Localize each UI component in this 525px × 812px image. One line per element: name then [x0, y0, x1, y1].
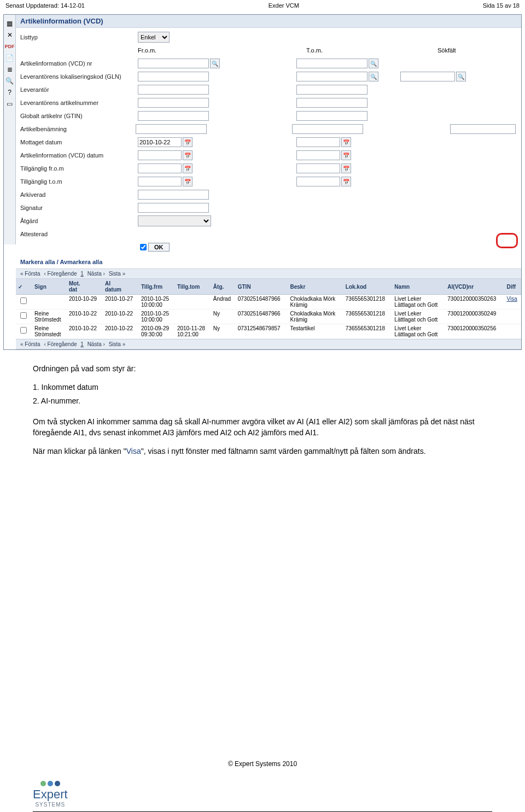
- table-row: 2010-10-292010-10-272010-10-2510:00:00Än…: [16, 295, 521, 309]
- lev-from-input[interactable]: [138, 85, 209, 95]
- listtyp-select[interactable]: Enkel: [138, 32, 170, 43]
- lookup-icon[interactable]: 🔍: [369, 72, 378, 81]
- pager-first[interactable]: « Första: [20, 271, 40, 277]
- pager-prev[interactable]: ‹ Föregående: [44, 271, 77, 277]
- col-header[interactable]: Tillg.frm: [139, 279, 175, 295]
- close-icon[interactable]: ✕: [5, 30, 15, 40]
- atgard-select[interactable]: [138, 215, 211, 226]
- list-icon[interactable]: ≣: [5, 65, 15, 74]
- col-header[interactable]: Lok.kod: [343, 279, 393, 295]
- gln-from-input[interactable]: [138, 72, 209, 81]
- row-checkbox[interactable]: [20, 327, 27, 334]
- col-header[interactable]: Namn: [392, 279, 445, 295]
- label-tom: T.o.m.: [306, 47, 372, 54]
- pager-prev[interactable]: ‹ Föregående: [44, 341, 77, 347]
- pager-bottom: « Första ‹ Föregående 1 Nästa › Sista »: [16, 339, 521, 349]
- report-icon[interactable]: ▭: [5, 99, 15, 109]
- gln-sok-input[interactable]: [400, 72, 455, 81]
- tilltom-to-input[interactable]: [296, 177, 340, 186]
- visa-link[interactable]: Visa: [506, 296, 517, 302]
- lookup-icon[interactable]: 🔍: [210, 59, 220, 68]
- pager-top: « Första ‹ Föregående 1 Nästa › Sista »: [16, 268, 521, 279]
- col-header[interactable]: ✓: [16, 279, 32, 295]
- filter-form: Listtyp Enkel Fr.o.m. T.o.m. Sökfält Art…: [16, 28, 521, 255]
- calendar-icon[interactable]: 📅: [183, 137, 192, 147]
- artben-from-input[interactable]: [136, 124, 207, 134]
- pager-first[interactable]: « Första: [20, 341, 40, 347]
- label-mottaget: Mottaget datum: [20, 139, 138, 145]
- col-header[interactable]: Tillg.tom: [175, 279, 211, 295]
- confirm-checkbox[interactable]: [140, 244, 147, 250]
- cell-gtin: 07302516487966: [236, 309, 288, 324]
- calendar-icon[interactable]: 📅: [341, 150, 351, 160]
- calendar-icon[interactable]: 📅: [341, 163, 351, 173]
- col-header[interactable]: AIdatum: [103, 279, 139, 295]
- arkiverad-input[interactable]: [138, 190, 209, 200]
- col-header[interactable]: AI(VCD)nr: [445, 279, 504, 295]
- calendar-icon[interactable]: 📅: [341, 177, 351, 186]
- tillfrom-to-input[interactable]: [296, 163, 340, 173]
- signatur-input[interactable]: [138, 203, 209, 213]
- row-checkbox[interactable]: [20, 312, 27, 319]
- lev-artnr-to-input[interactable]: [296, 98, 368, 108]
- pdf-icon[interactable]: PDF: [5, 42, 15, 51]
- artben-sok-input[interactable]: [450, 124, 516, 134]
- search-icon[interactable]: 🔍: [5, 76, 15, 86]
- pager-page[interactable]: 1: [80, 341, 84, 347]
- ok-button[interactable]: OK: [148, 243, 170, 252]
- lookup-icon[interactable]: 🔍: [369, 59, 378, 68]
- mark-all-link[interactable]: Markera alla: [20, 259, 55, 265]
- ai-nr-from-input[interactable]: [138, 59, 209, 68]
- calendar-icon[interactable]: 📅: [183, 150, 192, 160]
- label-listtyp: Listtyp: [20, 34, 138, 40]
- gln-to-input[interactable]: [296, 72, 368, 81]
- calendar-icon[interactable]: 📅: [183, 177, 192, 186]
- gtin-from-input[interactable]: [138, 111, 209, 121]
- pager-last[interactable]: Sista »: [109, 341, 126, 347]
- lev-artnr-from-input[interactable]: [138, 98, 209, 108]
- cell-ainr: 7300120000350263: [445, 295, 504, 309]
- calendar-icon[interactable]: 📅: [341, 137, 351, 147]
- mark-links: Markera alla / Avmarkera alla: [16, 255, 521, 268]
- tillfrom-from-input[interactable]: [138, 163, 182, 173]
- ai-nr-to-input[interactable]: [296, 59, 368, 68]
- p-compare: Om två stycken AI inkommer samma dag så …: [33, 416, 492, 439]
- li-1: 1. Inkommet datum: [33, 382, 492, 393]
- pager-next[interactable]: Nästa ›: [88, 341, 105, 347]
- label-signatur: Signatur: [20, 205, 138, 211]
- lev-to-input[interactable]: [296, 85, 368, 95]
- ai-datum-to-input[interactable]: [296, 150, 340, 160]
- cell-sign: [32, 295, 67, 309]
- mottaget-to-input[interactable]: [296, 137, 340, 147]
- col-header[interactable]: Mot.dat: [67, 279, 103, 295]
- help-icon[interactable]: ?: [5, 87, 15, 97]
- col-header[interactable]: GTIN: [236, 279, 288, 295]
- tilltom-from-input[interactable]: [138, 177, 182, 186]
- col-header[interactable]: Sign: [32, 279, 67, 295]
- pager-page[interactable]: 1: [80, 271, 84, 277]
- lookup-icon[interactable]: 🔍: [456, 72, 466, 81]
- artben-to-input[interactable]: [292, 124, 363, 134]
- doc-header-right: Sida 15 av 18: [483, 2, 520, 9]
- doc-icon[interactable]: 📄: [5, 53, 15, 63]
- copyright: © Expert Systems 2010: [33, 760, 492, 768]
- col-header[interactable]: Diff: [504, 279, 521, 295]
- cell-namn: Livet LekerLättlagat och Gott: [392, 295, 445, 309]
- label-leverantor: Leverantör: [20, 86, 138, 93]
- col-header[interactable]: Beskr: [288, 279, 343, 295]
- row-checkbox[interactable]: [20, 297, 27, 304]
- cell-lok: 7365565301218: [343, 295, 393, 309]
- cell-tom: [175, 309, 211, 324]
- ai-datum-from-input[interactable]: [138, 150, 182, 160]
- gtin-to-input[interactable]: [296, 111, 368, 121]
- pager-last[interactable]: Sista »: [109, 271, 126, 277]
- label-attesterad: Attesterad: [20, 231, 138, 237]
- mottaget-from-input[interactable]: [138, 137, 182, 147]
- unmark-all-link[interactable]: Avmarkera alla: [60, 259, 102, 265]
- pager-next[interactable]: Nästa ›: [88, 271, 105, 277]
- col-header[interactable]: Åtg.: [211, 279, 236, 295]
- page-footer: © Expert Systems 2010 Expert SYSTEMS Exp…: [0, 749, 525, 812]
- cell-gtin: 07302516487966: [236, 295, 288, 309]
- calendar-icon[interactable]: 📅: [183, 163, 192, 173]
- grid-icon[interactable]: ▦: [5, 19, 15, 28]
